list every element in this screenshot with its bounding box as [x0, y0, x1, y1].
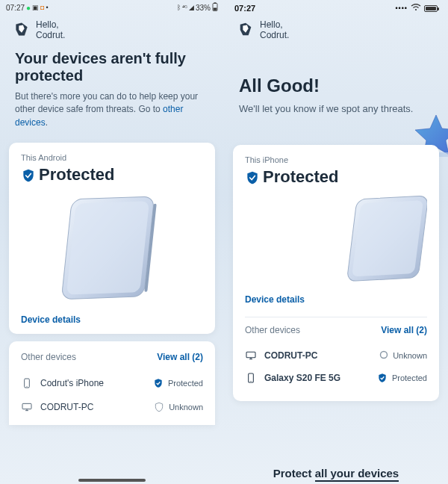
status-bar: 07:27 ● ▣ ◘ • ᛒ ⁴ᴳ ◢ 33% — [0, 0, 224, 13]
device-details-link[interactable]: Device details — [245, 294, 427, 305]
status-time: 07:27 — [234, 4, 255, 13]
greeting: Hello, Codrut. — [224, 13, 448, 49]
other-devices-label: Other devices — [245, 325, 300, 335]
home-indicator[interactable] — [78, 479, 146, 482]
protected-text: Protected — [39, 165, 114, 184]
wifi-icon — [411, 4, 421, 13]
desktop-icon — [245, 350, 257, 362]
svg-rect-2 — [214, 8, 217, 10]
hello-text: Hello, — [36, 19, 65, 30]
other-devices-block: Other devices View all (2) CODRUT-PC Unk… — [245, 317, 427, 389]
phone-icon — [245, 372, 257, 384]
circle-outline-icon — [379, 350, 388, 361]
whatsapp-icon: ● — [26, 4, 31, 12]
this-device-card: This Android Protected Device details — [9, 143, 215, 334]
shield-outline-icon — [154, 402, 164, 412]
signal-icon: ◢ — [189, 4, 194, 11]
user-name: Codrut. — [260, 30, 289, 40]
protected-text: Protected — [263, 167, 338, 187]
protection-status: Protected — [21, 165, 203, 184]
device-status: Unknown — [169, 403, 203, 412]
device-status: Unknown — [393, 351, 427, 360]
view-all-link[interactable]: View all (2) — [381, 325, 427, 335]
svg-point-14 — [381, 351, 388, 358]
ios-screen: 07:27 •••• Hello, Codrut. All Good! We'l… — [224, 0, 448, 484]
device-row[interactable]: Codrut's iPhone Protected — [21, 371, 203, 395]
other-devices-card: Other devices View all (2) Codrut's iPho… — [9, 341, 215, 425]
battery-text: 33% — [196, 4, 211, 12]
app-logo-icon — [237, 22, 254, 38]
device-name: Codrut's iPhone — [40, 378, 104, 388]
gallery-icon: ▣ — [32, 4, 39, 11]
pill-icon: ◘ — [40, 4, 44, 11]
headline-sub: We'll let you know if we spot any threat… — [239, 102, 433, 117]
shield-check-icon — [377, 373, 388, 383]
headline-sub: But there's more you can do to help keep… — [15, 90, 209, 129]
device-name: Galaxy S20 FE 5G — [264, 373, 340, 383]
status-bar: 07:27 •••• — [224, 0, 448, 13]
other-devices-label: Other devices — [21, 352, 76, 362]
protect-banner[interactable]: Protect all your devices — [224, 467, 448, 480]
hello-text: Hello, — [260, 19, 289, 30]
protection-status: Protected — [245, 167, 427, 187]
this-device-card: This iPhone Protected Device details Oth… — [233, 145, 439, 401]
user-name: Codrut. — [36, 30, 65, 40]
svg-point-9 — [415, 9, 417, 10]
svg-rect-13 — [246, 352, 255, 357]
headline-block: Your devices aren't fully protected But … — [0, 49, 224, 138]
headline-title: Your devices aren't fully protected — [15, 50, 209, 84]
device-row[interactable]: CODRUT-PC Unknown — [245, 344, 427, 367]
headline-title: All Good! — [239, 75, 433, 96]
bluetooth-icon: ᛒ — [177, 4, 181, 11]
app-logo-icon — [13, 22, 30, 38]
view-all-link[interactable]: View all (2) — [157, 352, 203, 362]
this-device-label: This iPhone — [245, 155, 427, 164]
device-name: CODRUT-PC — [40, 402, 93, 412]
volte-icon: ⁴ᴳ — [182, 4, 187, 11]
device-row[interactable]: CODRUT-PC Unknown — [21, 395, 203, 419]
device-name: CODRUT-PC — [264, 350, 317, 361]
svg-rect-1 — [214, 2, 217, 3]
device-row[interactable]: Galaxy S20 FE 5G Protected — [245, 367, 427, 389]
more-icon: • — [46, 4, 49, 11]
device-status: Protected — [392, 373, 427, 382]
svg-rect-12 — [352, 200, 423, 276]
greeting: Hello, Codrut. — [0, 13, 224, 49]
svg-point-16 — [250, 380, 251, 381]
android-screen: 07:27 ● ▣ ◘ • ᛒ ⁴ᴳ ◢ 33% Hello, Codrut. … — [0, 0, 224, 484]
svg-point-7 — [26, 386, 27, 387]
desktop-icon — [21, 401, 33, 413]
battery-icon — [212, 2, 218, 13]
status-time: 07:27 — [6, 4, 25, 12]
device-illustration — [245, 194, 427, 284]
battery-icon — [424, 5, 438, 12]
svg-rect-4 — [66, 201, 149, 294]
shield-check-icon — [245, 170, 258, 184]
shield-check-icon — [21, 168, 34, 182]
cellular-icon: •••• — [395, 4, 408, 12]
device-status: Protected — [168, 379, 203, 388]
shield-check-icon — [153, 378, 164, 388]
this-device-label: This Android — [21, 153, 203, 162]
phone-icon — [21, 377, 33, 389]
device-details-link[interactable]: Device details — [21, 314, 203, 325]
device-illustration — [21, 192, 203, 304]
svg-rect-8 — [22, 403, 31, 409]
